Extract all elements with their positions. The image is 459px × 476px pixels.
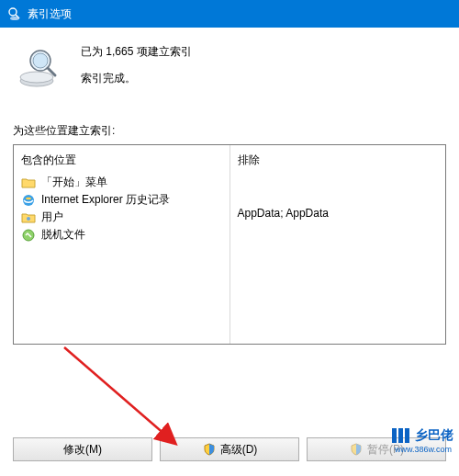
included-header: 包含的位置	[21, 151, 222, 174]
list-item[interactable]: 脱机文件	[21, 226, 222, 244]
svg-rect-14	[398, 428, 403, 443]
svg-point-0	[9, 8, 17, 16]
svg-point-6	[33, 53, 48, 68]
svg-line-12	[64, 347, 173, 441]
advanced-button[interactable]: 高级(D)	[160, 437, 299, 461]
indexing-options-icon	[7, 6, 22, 21]
indexed-count-text: 已为 1,665 项建立索引	[81, 44, 192, 60]
button-row: 修改(M) 高级(D) 暂停(P)	[13, 437, 446, 461]
titlebar: 素引选项	[0, 0, 459, 28]
watermark: 乡巴佬	[391, 426, 453, 445]
list-item-label: Internet Explorer 历史记录	[41, 192, 170, 208]
watermark-url: www.386w.com	[395, 445, 452, 454]
button-label: 高级(D)	[220, 442, 258, 458]
excluded-column: 排除 AppData; AppData	[230, 145, 446, 344]
svg-point-10	[27, 217, 30, 221]
watermark-text: 乡巴佬	[415, 427, 453, 444]
indexing-complete-text: 索引完成。	[81, 71, 192, 86]
shield-icon	[349, 442, 364, 457]
ie-icon	[21, 193, 36, 208]
folder-icon	[21, 176, 36, 190]
list-item-label: 脱机文件	[41, 227, 85, 243]
svg-rect-15	[405, 428, 409, 443]
locations-listbox: 包含的位置 「开始」菜单 Internet Explorer 历史记录 用户	[13, 144, 446, 345]
magnifier-icon	[17, 40, 68, 92]
svg-point-9	[26, 197, 31, 198]
status-area: 已为 1,665 项建立索引 索引完成。	[13, 35, 446, 101]
dialog-content: 已为 1,665 项建立索引 索引完成。 为这些位置建立索引: 包含的位置 「开…	[0, 28, 459, 476]
users-icon	[21, 210, 36, 225]
button-label: 修改(M)	[63, 442, 102, 458]
svg-point-4	[20, 72, 53, 83]
shield-icon	[202, 442, 217, 457]
included-column: 包含的位置 「开始」菜单 Internet Explorer 历史记录 用户	[14, 145, 230, 344]
list-item[interactable]: 「开始」菜单	[21, 174, 222, 191]
offline-files-icon	[21, 228, 36, 243]
svg-rect-13	[392, 428, 397, 443]
excluded-text: AppData; AppData	[238, 205, 439, 221]
list-item-label: 「开始」菜单	[41, 175, 107, 190]
locations-label: 为这些位置建立索引:	[13, 123, 446, 139]
status-text: 已为 1,665 项建立索引 索引完成。	[81, 40, 192, 92]
window-title: 素引选项	[28, 6, 72, 22]
svg-point-2	[10, 17, 19, 20]
list-item[interactable]: 用户	[21, 209, 222, 226]
modify-button[interactable]: 修改(M)	[13, 437, 152, 461]
list-item[interactable]: Internet Explorer 历史记录	[21, 191, 222, 209]
excluded-header: 排除	[238, 151, 439, 174]
list-item-label: 用户	[41, 210, 63, 225]
